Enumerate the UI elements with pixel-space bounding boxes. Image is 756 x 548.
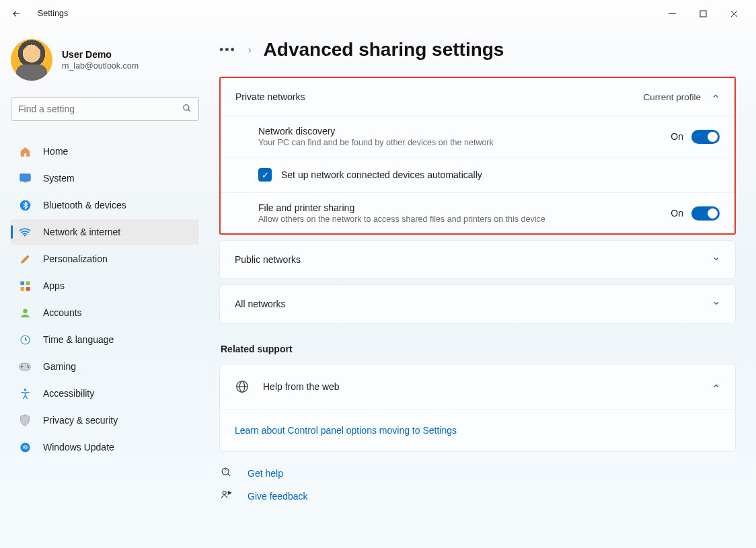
svg-point-20 — [24, 389, 26, 391]
network-discovery-toggle[interactable] — [691, 130, 720, 144]
panel-title: All networks — [235, 299, 285, 309]
link-label: Give feedback — [248, 491, 308, 502]
nav-label: Accounts — [43, 307, 82, 318]
wifi-icon — [19, 226, 31, 238]
window-title: Settings — [38, 9, 68, 18]
home-icon — [19, 145, 31, 157]
accounts-icon — [19, 307, 31, 319]
private-networks-header[interactable]: Private networks Current profile — [221, 78, 734, 116]
nav-apps[interactable]: Apps — [11, 273, 199, 299]
nav-label: Gaming — [43, 361, 76, 372]
gaming-icon — [19, 360, 31, 373]
row-title: Network discovery — [258, 126, 494, 136]
feedback-icon — [221, 490, 233, 503]
svg-rect-7 — [23, 182, 27, 182]
svg-rect-10 — [20, 281, 24, 285]
svg-point-14 — [23, 309, 27, 313]
back-button[interactable] — [7, 4, 26, 23]
svg-point-4 — [184, 104, 189, 110]
checkbox-label: Set up network connected devices automat… — [281, 169, 482, 180]
close-button[interactable] — [718, 3, 749, 24]
search-box[interactable] — [11, 97, 199, 121]
nav-gaming[interactable]: Gaming — [11, 354, 199, 379]
nav-privacy[interactable]: Privacy & security — [11, 407, 199, 433]
search-icon — [182, 104, 192, 115]
chevron-down-icon — [712, 299, 720, 309]
svg-point-9 — [24, 235, 26, 236]
profile-email: m_lab@outlook.com — [62, 61, 139, 71]
toggle-state: On — [671, 208, 683, 219]
nav-label: Network & internet — [43, 227, 120, 237]
feedback-link[interactable]: Give feedback — [221, 490, 736, 503]
current-profile-badge: Current profile — [643, 92, 701, 102]
nav-accessibility[interactable]: Accessibility — [11, 381, 199, 406]
nav-time[interactable]: Time & language — [11, 327, 199, 352]
panel-title: Private networks — [235, 91, 305, 102]
nav-update[interactable]: Windows Update — [11, 434, 199, 460]
auto-setup-row[interactable]: ✓ Set up network connected devices autom… — [221, 157, 734, 192]
clock-icon — [19, 334, 31, 346]
svg-point-28 — [223, 491, 226, 494]
globe-icon — [235, 379, 250, 394]
chevron-right-icon: › — [248, 44, 252, 55]
minimize-button[interactable] — [656, 3, 687, 24]
svg-rect-1 — [700, 11, 706, 17]
nav-personalization[interactable]: Personalization — [11, 246, 199, 272]
nav-label: Bluetooth & devices — [43, 200, 126, 210]
bluetooth-icon — [19, 199, 31, 211]
apps-icon — [19, 280, 31, 292]
auto-setup-checkbox[interactable]: ✓ — [258, 168, 272, 182]
nav-label: Accessibility — [43, 388, 94, 399]
svg-line-5 — [188, 109, 190, 111]
panel-title: Public networks — [235, 254, 301, 265]
nav-bluetooth[interactable]: Bluetooth & devices — [11, 192, 199, 218]
svg-rect-6 — [20, 174, 30, 182]
svg-line-26 — [228, 474, 231, 477]
help-title: Help from the web — [263, 381, 340, 392]
nav-label: Privacy & security — [43, 415, 118, 426]
nav-accounts[interactable]: Accounts — [11, 300, 199, 325]
svg-text:?: ? — [224, 469, 227, 473]
file-sharing-toggle[interactable] — [691, 206, 720, 221]
svg-rect-12 — [20, 286, 24, 290]
breadcrumb: ••• › Advanced sharing settings — [219, 39, 736, 61]
row-desc: Your PC can find and be found by other d… — [258, 138, 494, 147]
nav-system[interactable]: System — [11, 165, 199, 191]
help-header-row[interactable]: Help from the web — [220, 364, 735, 409]
related-support-label: Related support — [221, 344, 736, 354]
row-desc: Allow others on the network to access sh… — [258, 214, 545, 224]
breadcrumb-more[interactable]: ••• — [219, 43, 236, 57]
search-input[interactable] — [18, 104, 182, 114]
chevron-up-icon — [712, 92, 720, 102]
help-panel: Help from the web Learn about Control pa… — [219, 364, 736, 452]
brush-icon — [19, 253, 31, 265]
svg-point-21 — [20, 442, 30, 452]
get-help-link[interactable]: ? Get help — [221, 467, 736, 480]
svg-rect-11 — [26, 281, 30, 285]
accessibility-icon — [19, 387, 31, 399]
svg-point-18 — [27, 365, 28, 366]
nav-label: Home — [43, 146, 68, 157]
profile-block[interactable]: User Demo m_lab@outlook.com — [11, 39, 199, 81]
page-title: Advanced sharing settings — [264, 39, 504, 61]
toggle-state: On — [671, 131, 683, 142]
maximize-button[interactable] — [687, 3, 718, 24]
nav-label: System — [43, 173, 75, 184]
nav-home[interactable]: Home — [11, 139, 199, 164]
nav-label: Personalization — [43, 253, 108, 264]
help-icon: ? — [221, 467, 233, 480]
public-networks-panel[interactable]: Public networks — [219, 240, 736, 279]
chevron-down-icon — [712, 255, 720, 265]
chevron-up-icon — [712, 382, 720, 392]
nav-label: Apps — [43, 280, 65, 291]
nav-network[interactable]: Network & internet — [11, 219, 199, 245]
file-printer-sharing-row: File and printer sharing Allow others on… — [221, 192, 734, 233]
system-icon — [19, 172, 31, 184]
row-title: File and printer sharing — [258, 202, 545, 213]
all-networks-panel[interactable]: All networks — [219, 284, 736, 323]
help-link[interactable]: Learn about Control panel options moving… — [235, 425, 457, 436]
svg-point-19 — [28, 366, 29, 368]
profile-name: User Demo — [62, 49, 139, 60]
link-label: Get help — [248, 468, 283, 479]
shield-icon — [19, 414, 31, 426]
